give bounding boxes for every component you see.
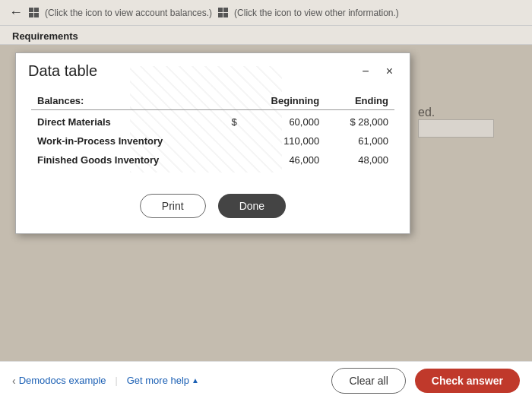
row-label-wip: Work-in-Process Inventory: [31, 131, 219, 150]
modal-buttons: Print Done: [16, 182, 410, 233]
modal-header: Data table − ×: [16, 53, 410, 86]
clear-all-button[interactable]: Clear all: [331, 368, 405, 394]
row-label-fg: Finished Goods Inventory: [31, 150, 219, 169]
table-header-row: Balances: Beginning Ending: [31, 92, 394, 110]
row-ending-fg: 48,000: [325, 150, 394, 169]
row-dollar-wip: [219, 131, 243, 150]
requirements-bar: Requirements: [0, 26, 532, 45]
bottom-bar: ‹ Demodocs example | Get more help ▲ Cle…: [0, 361, 532, 399]
row-beginning-wip: 110,000: [243, 131, 325, 150]
row-label-direct-materials: Direct Materials: [31, 110, 219, 132]
done-button[interactable]: Done: [218, 194, 286, 218]
row-dollar-fg: [219, 150, 243, 169]
modal-close-button[interactable]: ×: [382, 64, 397, 79]
modal-title: Data table: [28, 62, 97, 80]
table-row: Work-in-Process Inventory 110,000 61,000: [31, 131, 394, 150]
demodocs-link[interactable]: Demodocs example: [19, 375, 106, 386]
row-dollar-dm: $: [219, 110, 243, 132]
back-icon[interactable]: ←: [9, 5, 23, 21]
requirements-label: Requirements: [12, 30, 78, 42]
data-table-container: Balances: Beginning Ending Direct Materi…: [16, 86, 410, 182]
other-info-icon[interactable]: [218, 8, 228, 17]
row-beginning-fg: 46,000: [243, 150, 325, 169]
col-header-ending: Ending: [325, 92, 394, 110]
account-balances-icon[interactable]: [29, 8, 39, 17]
other-info-link[interactable]: (Click the icon to view other informatio…: [234, 8, 399, 18]
modal-controls: − ×: [357, 64, 397, 79]
col-header-label: Balances:: [31, 92, 219, 110]
data-table-modal: Data table − × Balances: Beginning Endin…: [15, 52, 410, 234]
nav-arrow-icon: ‹: [12, 375, 16, 387]
spacer: |: [116, 375, 118, 386]
print-button[interactable]: Print: [140, 194, 206, 218]
main-content: ed. Data table − × Balances: Beginning E: [0, 45, 532, 375]
check-answer-button[interactable]: Check answer: [415, 369, 520, 393]
table-row: Finished Goods Inventory 46,000 48,000: [31, 150, 394, 169]
row-ending-wip: 61,000: [325, 131, 394, 150]
top-bar-left: ← (Click the icon to view account balanc…: [9, 5, 399, 21]
data-table: Balances: Beginning Ending Direct Materi…: [31, 92, 394, 169]
bottom-bar-right: Clear all Check answer: [331, 368, 520, 394]
row-ending-dm: $ 28,000: [325, 110, 394, 132]
top-bar: ← (Click the icon to view account balanc…: [0, 0, 532, 26]
chevron-up-icon: ▲: [192, 376, 199, 385]
bottom-bar-left: ‹ Demodocs example | Get more help ▲: [12, 375, 199, 387]
col-header-beginning-text: Beginning: [243, 92, 325, 110]
modal-minimize-button[interactable]: −: [357, 64, 373, 79]
row-beginning-dm: 60,000: [243, 110, 325, 132]
col-header-beginning: [219, 92, 243, 110]
account-balances-link[interactable]: (Click the icon to view account balances…: [45, 8, 212, 18]
table-row: Direct Materials $ 60,000 $ 28,000: [31, 110, 394, 132]
get-more-help-link[interactable]: Get more help ▲: [127, 375, 199, 386]
